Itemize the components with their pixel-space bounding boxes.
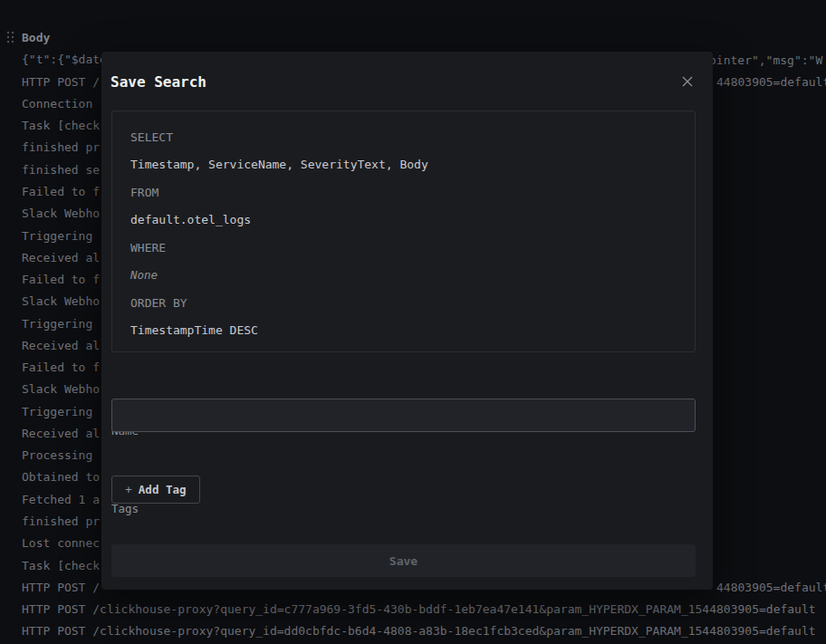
save-search-modal: Save Search SELECTTimestamp, ServiceName…: [101, 52, 713, 590]
drag-handle-icon[interactable]: [6, 31, 14, 43]
query-clause-label: SELECT: [130, 130, 173, 144]
save-button[interactable]: Save: [111, 544, 696, 577]
log-row-text: Lost connec: [22, 536, 100, 550]
log-row-text: HTTP POST /: [22, 581, 100, 594]
log-row-text: Failed to f: [22, 185, 100, 198]
log-row-text-overflow: 44803905=default: [716, 75, 826, 89]
log-row-text: Connection: [22, 97, 92, 111]
name-input[interactable]: [111, 399, 696, 432]
query-clause-value: Timestamp, ServiceName, SeverityText, Bo…: [130, 158, 428, 171]
log-row-text: Processing: [22, 448, 92, 462]
query-clause-label: WHERE: [130, 241, 166, 255]
log-row-text: Fetched 1 a: [22, 493, 100, 506]
log-row-text: {"t":{"$date: [22, 53, 107, 66]
query-clause-label: ORDER BY: [130, 296, 187, 310]
log-row-text: Slack Webho: [22, 382, 100, 396]
log-row-text: Failed to f: [22, 360, 100, 374]
log-row-text: Slack Webho: [22, 294, 100, 308]
tags-label: Tags: [111, 502, 139, 515]
log-row-text: finished se: [22, 163, 100, 177]
log-row-text: Triggering: [22, 317, 92, 331]
log-row-text: HTTP POST /clickhouse-proxy?query_id=c77…: [22, 602, 816, 616]
query-summary-box: SELECTTimestamp, ServiceName, SeverityTe…: [111, 111, 696, 352]
log-row-text: Task [check: [22, 559, 100, 572]
log-row-text: Task [check: [22, 119, 100, 132]
log-row-text: Slack Webho: [22, 207, 100, 220]
close-button[interactable]: [676, 70, 699, 93]
add-tag-label: Add Tag: [139, 483, 187, 496]
modal-title: Save Search: [110, 73, 206, 91]
log-row[interactable]: HTTP POST /clickhouse-proxy?query_id=dd0…: [0, 620, 826, 642]
log-row-text: Received al: [22, 251, 100, 264]
column-header-body[interactable]: Body: [22, 31, 50, 44]
query-clause-value: None: [130, 268, 158, 282]
log-row-text: Triggering: [22, 405, 92, 418]
log-row-text: finished pr: [22, 140, 100, 154]
log-row-text: finished pr: [22, 514, 100, 528]
log-row[interactable]: HTTP POST /clickhouse-proxy?query_id=c77…: [0, 598, 826, 620]
log-row-text: Failed to f: [22, 273, 100, 286]
query-clause-label: FROM: [130, 186, 158, 199]
logs-column-header-row: Body: [0, 26, 826, 48]
close-icon: [679, 73, 696, 90]
log-row-text: HTTP POST /: [22, 75, 100, 89]
log-row-text: HTTP POST /clickhouse-proxy?query_id=dd0…: [22, 624, 816, 638]
log-row-text: Received al: [22, 427, 100, 440]
query-clause-value: default.otel_logs: [130, 213, 251, 226]
log-row-text: Triggering: [22, 229, 92, 243]
app-root: Body {"t":{"$dateointer","msg":"WHTTP PO…: [0, 0, 826, 644]
log-row-text: Received al: [22, 339, 100, 352]
log-row-text-overflow: ointer","msg":"W: [709, 53, 822, 66]
add-tag-button[interactable]: + Add Tag: [111, 476, 200, 504]
log-row-text: Obtained to: [22, 470, 100, 484]
plus-icon: +: [125, 483, 132, 496]
log-row-text-overflow: 44803905=default: [716, 581, 826, 594]
query-clause-value: TimestampTime DESC: [130, 323, 258, 337]
